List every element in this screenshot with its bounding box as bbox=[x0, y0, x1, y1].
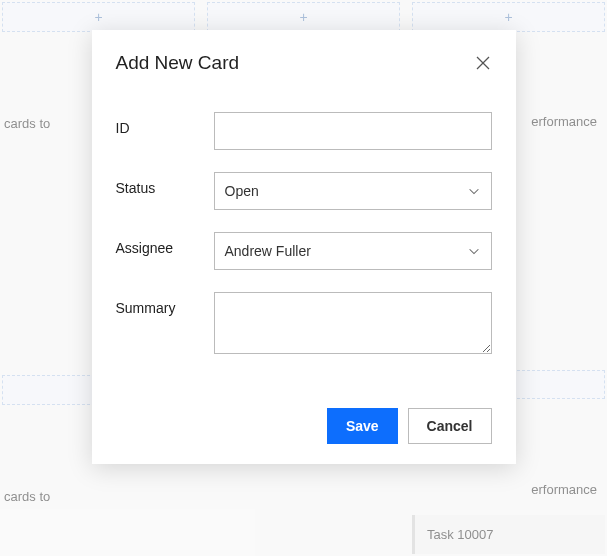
status-row: Status Open bbox=[116, 172, 492, 210]
status-select[interactable]: Open bbox=[214, 172, 492, 210]
save-button[interactable]: Save bbox=[327, 408, 398, 444]
assignee-row: Assignee Andrew Fuller bbox=[116, 232, 492, 270]
summary-textarea[interactable] bbox=[214, 292, 492, 354]
chevron-down-icon bbox=[467, 244, 481, 258]
dialog-footer: Save Cancel bbox=[116, 408, 492, 444]
assignee-label: Assignee bbox=[116, 232, 214, 256]
id-input[interactable] bbox=[214, 112, 492, 150]
status-value: Open bbox=[225, 183, 259, 199]
summary-row: Summary bbox=[116, 292, 492, 358]
close-button[interactable] bbox=[474, 54, 492, 72]
chevron-down-icon bbox=[467, 184, 481, 198]
assignee-value: Andrew Fuller bbox=[225, 243, 311, 259]
status-label: Status bbox=[116, 172, 214, 196]
close-icon bbox=[475, 55, 491, 71]
dialog-header: Add New Card bbox=[116, 52, 492, 74]
cancel-button[interactable]: Cancel bbox=[408, 408, 492, 444]
modal-overlay: Add New Card ID Status Open bbox=[0, 0, 607, 556]
summary-label: Summary bbox=[116, 292, 214, 316]
id-label: ID bbox=[116, 112, 214, 136]
id-row: ID bbox=[116, 112, 492, 150]
assignee-select[interactable]: Andrew Fuller bbox=[214, 232, 492, 270]
add-card-dialog: Add New Card ID Status Open bbox=[92, 30, 516, 464]
dialog-title: Add New Card bbox=[116, 52, 240, 74]
